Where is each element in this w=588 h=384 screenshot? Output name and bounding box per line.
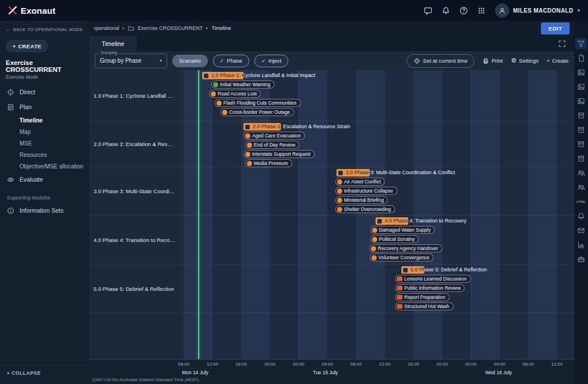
sidebar-item-objective-mse-allocation[interactable]: Objective/MSE allocation [0,160,89,172]
current-time-marker[interactable] [198,70,199,359]
timeline-event[interactable]: Lessons Learned Discussion [395,275,471,283]
archive-icon[interactable] [575,110,587,121]
phase-bar[interactable]: 1.0 Phase 1: Cyclone Landfall & Initial … [202,72,243,79]
event-label: Shelter Overcrowding [344,206,391,213]
timeline-event[interactable]: Media Pressure [245,159,292,167]
sidebar-item-evaluate[interactable]: Evaluate [0,172,89,187]
timeline-event[interactable]: Aged Care Evacuation [243,132,305,140]
bell-icon[interactable] [575,210,587,222]
filter-chip-inject[interactable]: ✓Inject [254,55,288,67]
phase-bar[interactable]: 4.0 Phase 4: Transition to Recovery4.0 P… [376,217,408,225]
exercise-name: Exercise CROSSCURRENT [0,58,89,73]
event-label: Air Asset Conflict [344,178,381,185]
avatar [495,3,509,18]
sidebar-item-information-sets[interactable]: Information Sets [0,203,89,218]
image-icon[interactable] [575,81,587,93]
timeline-event[interactable]: Initial Weather Warning [211,80,274,89]
sidebar-item-mse[interactable]: MSE [0,137,89,149]
timeline-event[interactable]: Air Asset Conflict [335,178,385,186]
timeline-event[interactable]: Political Scrutiny [370,235,419,243]
filter-chip-scenario[interactable]: Scenario [172,55,208,67]
phase-row-label: 2.0 Phase 2: Escalation & Resource Strai… [89,121,181,167]
print-button[interactable]: Print [482,57,503,64]
edit-button[interactable]: EDIT [541,22,570,34]
apps-grid-icon[interactable] [477,6,486,15]
phase-bar[interactable]: 5.0 Phase 5: Debrief & Reflection5.0 Pha… [401,266,424,274]
set-at-current-time-button[interactable]: Set at current time [407,54,475,68]
user-menu[interactable]: MILES MACDONALD ▾ [495,3,580,18]
archive-icon[interactable] [575,139,587,150]
create-label: Create [552,57,568,64]
timeline-toolbar: Grouping Group by Phase ▾ Scenario ✓Phas… [89,51,574,70]
breadcrumb-exercise[interactable]: Exercise CROSSCURRENT [138,25,203,31]
chat-icon[interactable] [424,6,432,15]
timeline-event[interactable]: Volunteer Convergence [370,254,434,262]
image-icon[interactable] [575,95,587,107]
collapse-icon: « [7,370,10,376]
briefcase-icon[interactable] [575,254,587,265]
timeline-event[interactable]: Recovery Agency Handover [369,244,442,252]
axis-tick: 04:00 [322,362,333,367]
tab-timeline[interactable]: Timeline [89,36,137,51]
phase-bar[interactable]: 2.0 Phase 2: Escalation & Resource Strai… [243,123,281,130]
axis-tick: 20:00 [264,362,276,367]
timeline-event[interactable]: Shelter Overcrowding [335,205,395,213]
mail-icon[interactable] [575,225,587,236]
sidebar-item-timeline[interactable]: Timeline [0,114,89,126]
archive-icon[interactable] [575,153,587,164]
settings-button[interactable]: ⚙ Settings [511,57,539,64]
sidebar-item-map[interactable]: Map [0,126,89,137]
timeline-event[interactable]: Damaged Water Supply [370,226,435,234]
timeline-event[interactable]: Road Access Lost [209,90,261,98]
users-icon[interactable] [575,167,587,179]
timeline-event[interactable]: Cross-border Power Outage [220,108,294,116]
timeline-event[interactable]: Ministerial Briefing [335,196,388,204]
axis-tick: 16:00 [235,362,247,367]
sidebar-item-label: Information Sets [20,207,63,214]
back-to-operational-link[interactable]: ←BACK TO OPERATIONAL MODE [0,25,89,34]
event-label: Cross-border Power Outage [229,109,290,116]
timeline-event[interactable]: Flash Flooding Cuts Communities [215,99,301,107]
collapse-sidebar-button[interactable]: « COLLAPSE [0,365,89,381]
fullscreen-icon[interactable] [558,40,566,48]
timeline-event[interactable]: Infrastructure Collapse [335,187,397,195]
event-type-icon [397,277,403,281]
html-icon[interactable]: HTML [575,196,587,208]
bell-icon[interactable] [442,6,450,15]
phase-bar[interactable]: 3.0 Phase 3: Multi-State Coordination & … [336,169,370,176]
chart-icon[interactable] [575,239,587,251]
print-label: Print [492,57,503,64]
top-bar: Exonaut MILES MACDONALD ▾ [0,0,588,21]
timeline-event[interactable]: Interstate Support Request [243,150,315,158]
breadcrumb-operational[interactable]: operational [94,25,119,31]
filter-icon[interactable] [575,38,587,49]
axis-tick: 12:00 [551,362,563,367]
sidebar-item-plan[interactable]: Plan [0,99,89,114]
sidebar-item-direct[interactable]: Direct [0,85,89,99]
event-type-icon [397,295,403,299]
create-button[interactable]: +CREATE [6,40,48,52]
event-label: Lessons Learned Discussion [404,275,467,282]
event-type-icon [211,91,216,97]
filter-chip-phase[interactable]: ✓Phase [213,55,249,67]
tab-label: Timeline [102,40,124,47]
create-inject-button[interactable]: + Create [547,57,568,64]
users-icon[interactable] [575,182,587,193]
timeline-event[interactable]: End of Day Review [245,141,299,149]
event-label: Interstate Support Request [252,151,311,158]
archive-icon[interactable] [575,124,587,136]
axis-tick: 08:00 [350,362,362,367]
timeline-event[interactable]: Public Information Review [395,284,465,292]
sidebar-item-label: Direct [20,89,35,95]
exonaut-logo[interactable]: Exonaut [8,6,56,16]
arrow-left-icon: ← [6,27,10,32]
grouping-select[interactable]: Grouping Group by Phase ▾ [95,53,167,68]
timeline-event[interactable]: Structured Hot Wash [395,302,454,310]
timeline-event[interactable]: Report Preparation [395,293,450,301]
image-icon[interactable] [575,67,587,78]
file-icon[interactable] [575,52,587,64]
subitem-label: Objective/MSE allocation [20,163,83,170]
event-type-icon [337,179,342,185]
help-icon[interactable] [459,6,468,15]
sidebar-item-resources[interactable]: Resources [0,149,89,160]
